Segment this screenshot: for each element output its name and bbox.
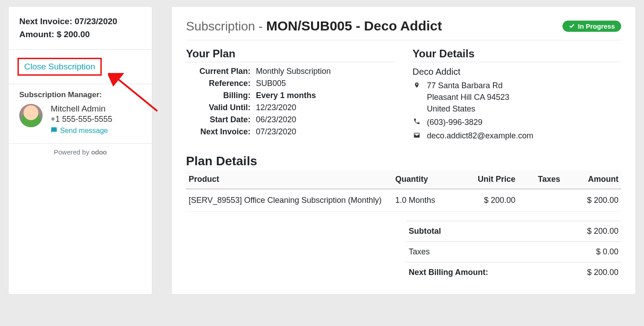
- current-plan-label: Current Plan:: [186, 67, 256, 76]
- address-country: United States: [427, 103, 622, 115]
- title-main: MON/SUB005 - Deco Addict: [266, 18, 442, 33]
- totals-table: Subtotal $ 200.00 Taxes $ 0.00 Next Bill…: [406, 221, 621, 283]
- col-unit-price: Unit Price: [455, 170, 518, 189]
- cell-product: [SERV_89553] Office Cleaning Subscriptio…: [186, 189, 393, 212]
- customer-email: deco.addict82@example.com: [427, 130, 622, 142]
- page-title: Subscription - MON/SUB005 - Deco Addict: [186, 18, 442, 34]
- amount-value: $ 200.00: [56, 30, 90, 39]
- cell-quantity: 1.0 Months: [393, 189, 455, 212]
- manager-name: Mitchell Admin: [51, 104, 112, 114]
- next-invoice-block: Next Invoice: 07/23/2020 Amount: $ 200.0…: [9, 7, 152, 50]
- reference-label: Reference:: [186, 79, 256, 88]
- col-quantity: Quantity: [393, 170, 455, 189]
- billing-label: Billing:: [186, 91, 256, 100]
- next-invoice-line: Next Invoice: 07/23/2020: [19, 15, 141, 28]
- next-invoice-label: Next Invoice:: [186, 127, 256, 137]
- customer-address: 77 Santa Barbara Rd Pleasant Hill CA 945…: [427, 80, 622, 115]
- status-label: In Progress: [578, 22, 615, 30]
- your-details-section: Your Details Deco Addict 77 Santa Barbar…: [413, 45, 622, 143]
- col-product: Product: [186, 170, 393, 189]
- send-message-link[interactable]: Send message: [51, 127, 108, 135]
- title-row: Subscription - MON/SUB005 - Deco Addict …: [186, 18, 621, 40]
- taxes-value: $ 0.00: [556, 242, 621, 262]
- subtotal-label: Subtotal: [406, 221, 556, 242]
- valid-until-label: Valid Until:: [186, 103, 256, 112]
- powered-by: Powered by odoo: [9, 144, 152, 162]
- cell-amount: $ 200.00: [563, 189, 621, 212]
- plan-details-heading: Plan Details: [186, 154, 621, 168]
- phone-icon: [413, 116, 421, 127]
- manager-phone: +1 555-555-5555: [51, 115, 112, 124]
- address-line1: 77 Santa Barbara Rd: [427, 80, 622, 91]
- next-billing-value: $ 200.00: [556, 262, 621, 283]
- envelope-icon: [413, 130, 421, 141]
- your-details-heading: Your Details: [413, 47, 622, 62]
- main-card: Subscription - MON/SUB005 - Deco Addict …: [171, 6, 636, 295]
- avatar: [19, 104, 43, 127]
- next-invoice-value: 07/23/2020: [256, 127, 395, 137]
- plan-details-table: Product Quantity Unit Price Taxes Amount…: [186, 170, 621, 212]
- sidebar: Next Invoice: 07/23/2020 Amount: $ 200.0…: [8, 6, 152, 295]
- your-plan-section: Your Plan Current Plan:Monthly Subscript…: [186, 45, 395, 143]
- close-subscription-block: Close Subscription: [9, 50, 152, 84]
- check-icon: [569, 23, 575, 29]
- current-plan-value: Monthly Subscription: [256, 67, 395, 76]
- odoo-logo: odoo: [91, 148, 107, 156]
- amount-label: Amount:: [19, 30, 54, 39]
- subtotal-value: $ 200.00: [556, 221, 621, 242]
- col-taxes: Taxes: [518, 170, 563, 189]
- reference-value: SUB005: [256, 79, 395, 88]
- next-billing-label: Next Billing Amount:: [406, 262, 556, 283]
- speech-bubble-icon: [51, 127, 57, 135]
- col-amount: Amount: [563, 170, 621, 189]
- subscription-manager-block: Subscription Manager: Mitchell Admin +1 …: [9, 84, 152, 144]
- title-prefix: Subscription -: [186, 19, 266, 33]
- customer-phone: (603)-996-3829: [427, 116, 622, 128]
- table-row: [SERV_89553] Office Cleaning Subscriptio…: [186, 189, 621, 212]
- start-date-label: Start Date:: [186, 115, 256, 124]
- close-subscription-link[interactable]: Close Subscription: [17, 58, 102, 76]
- powered-by-label: Powered by: [54, 148, 89, 156]
- next-invoice-label: Next Invoice:: [19, 17, 72, 26]
- customer-name: Deco Addict: [413, 67, 622, 77]
- start-date-value: 06/23/2020: [256, 115, 395, 124]
- next-invoice-date: 07/23/2020: [75, 17, 117, 26]
- amount-line: Amount: $ 200.00: [19, 28, 141, 41]
- subscription-manager-heading: Subscription Manager:: [19, 90, 141, 99]
- send-message-label: Send message: [60, 127, 108, 135]
- valid-until-value: 12/23/2020: [256, 103, 395, 112]
- status-badge: In Progress: [562, 21, 621, 32]
- cell-taxes: [518, 189, 563, 212]
- your-plan-heading: Your Plan: [186, 47, 395, 62]
- billing-value: Every 1 months: [256, 91, 395, 100]
- taxes-label: Taxes: [406, 242, 556, 262]
- address-line2: Pleasant Hill CA 94523: [427, 91, 622, 103]
- cell-unit-price: $ 200.00: [455, 189, 518, 212]
- map-marker-icon: [413, 80, 421, 91]
